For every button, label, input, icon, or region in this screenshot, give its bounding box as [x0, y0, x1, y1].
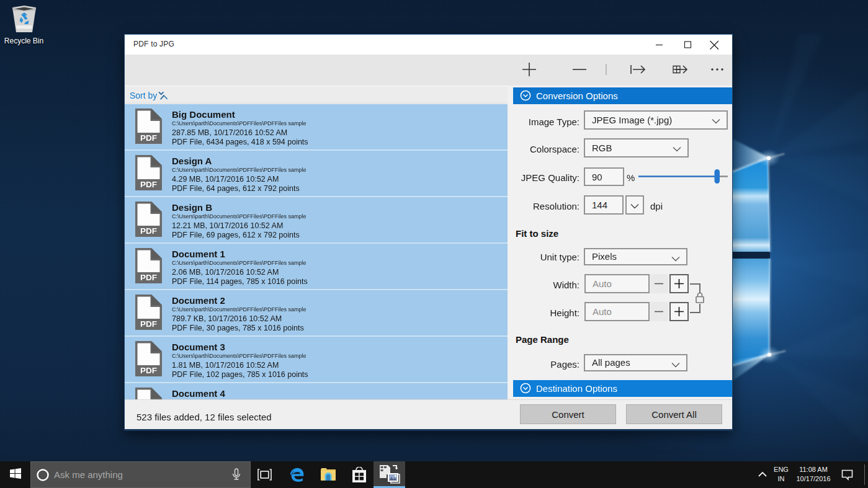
svg-text:PDF: PDF: [140, 133, 157, 143]
svg-text:PDF: PDF: [140, 319, 157, 329]
svg-text:PDF: PDF: [140, 180, 157, 189]
svg-text:PDF: PDF: [140, 273, 157, 282]
svg-text:PDF: PDF: [140, 226, 157, 236]
svg-text:PDF: PDF: [140, 366, 157, 375]
